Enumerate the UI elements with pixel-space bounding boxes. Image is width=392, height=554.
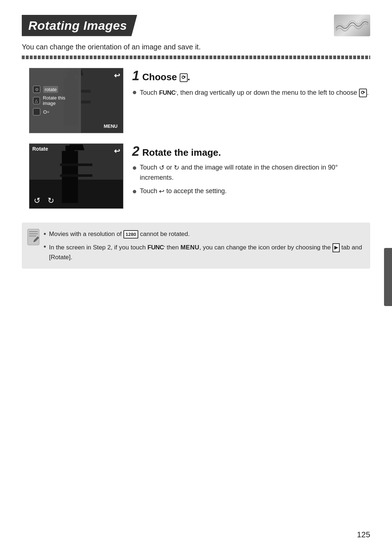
page-container: Rotating Images You can change the orien…	[0, 0, 392, 294]
step-2-number: 2	[132, 145, 139, 158]
menu-label-3: O÷	[43, 109, 49, 115]
note-list: • Movies with a resolution of 1280 canno…	[44, 229, 363, 262]
cw-arrow-icon: ↻	[48, 196, 54, 205]
cw-icon: ↻	[174, 163, 179, 173]
back-arrow-icon: ↩	[114, 71, 120, 80]
step-2-bullet-1: ● Touch ↺ or ↻ and the image will rotate…	[132, 163, 370, 183]
resolution-badge: 1280	[123, 230, 138, 239]
note-bullet-2: •	[44, 242, 46, 251]
note-text-2: In the screen in Step 2, if you touch FU…	[49, 242, 363, 262]
wave-icon	[336, 16, 368, 34]
back-icon: ↩	[159, 187, 164, 196]
rotate-arrows: ↺ ↻	[34, 196, 54, 205]
svg-marker-17	[68, 144, 84, 150]
note-box: • Movies with a resolution of 1280 canno…	[22, 223, 370, 269]
svg-rect-16	[60, 174, 93, 177]
menu-label-1: rotate	[43, 86, 58, 93]
step-2-image-area: Rotate ↩ ↺ ↻	[22, 143, 123, 209]
func-key-1: FUNC.	[159, 89, 176, 96]
title-bar-background: Rotating Images	[22, 15, 137, 36]
title-bar: Rotating Images	[22, 15, 370, 36]
step-2-content: 2 Rotate the image. ● Touch ↺ or ↻ and t…	[132, 143, 370, 196]
rotate-icon-inline: ⟳	[359, 89, 367, 97]
stripe-divider	[22, 56, 370, 59]
svg-rect-20	[29, 233, 38, 234]
step-2-bullet-text-2: Touch ↩ to accept the setting.	[140, 186, 226, 196]
bullet-dot-3: ●	[132, 186, 137, 197]
step-1-row: ⊙ rotate △ Rotate this image O÷	[22, 68, 370, 133]
right-edge-tab	[384, 248, 392, 306]
title-bar-decoration	[334, 15, 370, 36]
step-1-image-area: ⊙ rotate △ Rotate this image O÷	[22, 68, 123, 133]
back-arrow-2: ↩	[114, 147, 120, 155]
svg-rect-21	[29, 236, 36, 236]
svg-rect-19	[29, 231, 38, 232]
step-2-header: 2 Rotate the image.	[132, 145, 370, 158]
choose-rotate-icon: ⟳	[180, 73, 188, 82]
svg-rect-13	[62, 151, 78, 203]
menu-icon-2: △	[33, 97, 40, 104]
bullet-dot-2: ●	[132, 163, 137, 173]
func-period-2: .	[164, 243, 165, 248]
rotate-label: Rotate	[32, 146, 48, 152]
step-1-number: 1	[132, 69, 139, 82]
camera-menu-overlay: ⊙ rotate △ Rotate this image O÷	[29, 68, 81, 133]
play-tab-icon: ▶	[332, 243, 340, 252]
step-2-bullet-text-1: Touch ↺ or ↻ and the image will rotate i…	[140, 163, 370, 183]
step-2-bullets: ● Touch ↺ or ↻ and the image will rotate…	[132, 163, 370, 196]
page-title: Rotating Images	[28, 19, 127, 33]
step-1-bullet-1: ● Touch FUNC., then drag vertically up o…	[132, 87, 370, 98]
step-2-bullet-2: ● Touch ↩ to accept the setting.	[132, 186, 370, 197]
ccw-icon: ↺	[159, 163, 164, 173]
menu-button: MENU	[101, 122, 120, 130]
note-bullet-1: •	[44, 229, 46, 239]
page-number: 125	[357, 530, 370, 539]
step-2-image: Rotate ↩ ↺ ↻	[29, 143, 123, 209]
step-1-bullets: ● Touch FUNC., then drag vertically up o…	[132, 87, 370, 98]
step-1-content: 1 Choose ⟳. ● Touch FUNC., then drag ver…	[132, 68, 370, 98]
svg-rect-15	[60, 163, 93, 166]
menu-item-1: ⊙ rotate	[33, 86, 77, 93]
step-2-title: Rotate the image.	[142, 147, 221, 158]
menu-item-3: O÷	[33, 108, 77, 115]
steps-container: ⊙ rotate △ Rotate this image O÷	[22, 68, 370, 219]
menu-label-2: Rotate this image	[43, 95, 77, 106]
note-item-1: • Movies with a resolution of 1280 canno…	[44, 229, 363, 239]
note-text-1: Movies with a resolution of 1280 cannot …	[49, 229, 190, 239]
menu-icon-3	[33, 108, 40, 115]
note-pencil-icon	[27, 228, 40, 246]
ccw-arrow-icon: ↺	[34, 196, 40, 205]
menu-item-2: △ Rotate this image	[33, 95, 77, 106]
step-1-title: Choose ⟳.	[142, 72, 190, 83]
bullet-dot-1: ●	[132, 87, 137, 98]
step-1-header: 1 Choose ⟳.	[132, 69, 370, 83]
menu-text-note: MENU	[180, 244, 199, 251]
step-1-image: ⊙ rotate △ Rotate this image O÷	[29, 68, 123, 133]
menu-icon-1: ⊙	[33, 86, 40, 93]
func-period-1: .	[176, 88, 177, 93]
step-2-row: Rotate ↩ ↺ ↻ 2 Rotate the image.	[22, 143, 370, 209]
func-key-2: FUNC.	[147, 244, 165, 251]
step-1-bullet-text: Touch FUNC., then drag vertically up or …	[140, 87, 369, 98]
note-item-2: • In the screen in Step 2, if you touch …	[44, 242, 363, 262]
intro-text: You can change the orientation of an ima…	[22, 43, 370, 51]
